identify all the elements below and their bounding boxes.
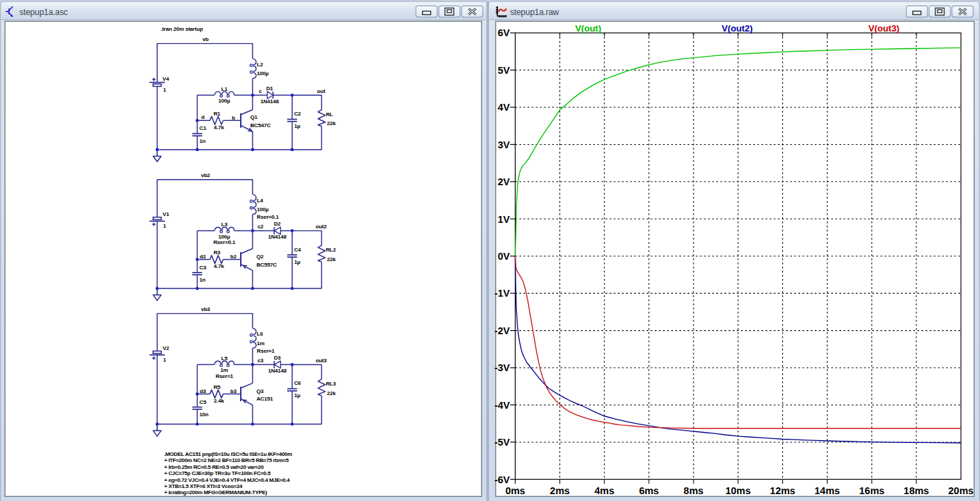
svg-text:D3: D3 — [274, 355, 281, 361]
svg-text:V2: V2 — [163, 345, 170, 351]
svg-text:L6: L6 — [257, 331, 264, 337]
svg-text:4V: 4V — [498, 102, 510, 113]
svg-text:6ms: 6ms — [639, 485, 659, 496]
svg-text:10ms: 10ms — [726, 485, 751, 496]
svg-text:c: c — [259, 88, 263, 94]
svg-text:2ms: 2ms — [550, 485, 570, 496]
svg-text:2V: 2V — [498, 176, 510, 187]
svg-text:C6: C6 — [294, 380, 302, 386]
svg-text:R1: R1 — [213, 111, 221, 117]
svg-text:out: out — [317, 88, 326, 94]
svg-text:vb: vb — [202, 36, 209, 42]
svg-text:Rser=0.1: Rser=0.1 — [257, 214, 280, 220]
svg-text:16ms: 16ms — [859, 485, 884, 496]
svg-text:-3V: -3V — [494, 362, 510, 373]
svg-text:10n: 10n — [200, 411, 209, 418]
svg-text:b3: b3 — [230, 388, 237, 394]
svg-text:1: 1 — [163, 87, 167, 93]
svg-text:-6V: -6V — [494, 474, 510, 485]
svg-text:1N4148: 1N4148 — [268, 368, 287, 374]
svg-text:BC557C: BC557C — [256, 262, 277, 268]
svg-text:0V: 0V — [498, 251, 510, 262]
svg-text:C2: C2 — [294, 111, 302, 117]
svg-text:L5: L5 — [222, 355, 228, 362]
svg-text:1µ: 1µ — [294, 259, 300, 265]
svg-text:d3: d3 — [200, 388, 207, 394]
svg-text:0ms: 0ms — [505, 485, 525, 496]
svg-text:1µ: 1µ — [294, 392, 300, 398]
svg-text:12ms: 12ms — [770, 485, 795, 496]
svg-text:out2: out2 — [315, 224, 327, 230]
svg-text:1m: 1m — [257, 340, 265, 347]
svg-text:C1: C1 — [200, 125, 207, 131]
svg-text:V(out): V(out) — [575, 23, 601, 33]
svg-text:4ms: 4ms — [594, 485, 614, 496]
svg-text:RL3: RL3 — [326, 381, 336, 387]
svg-text:C5: C5 — [200, 399, 207, 405]
svg-text:Q2: Q2 — [256, 254, 264, 260]
svg-text:b2: b2 — [230, 254, 237, 260]
svg-text:vb2: vb2 — [201, 172, 211, 178]
svg-text:22k: 22k — [327, 256, 336, 262]
svg-text:Q1: Q1 — [250, 114, 258, 120]
svg-text:Rser=1: Rser=1 — [257, 348, 275, 354]
svg-text:1V: 1V — [498, 214, 510, 225]
svg-text:100µ: 100µ — [257, 206, 269, 213]
svg-text:18ms: 18ms — [903, 485, 929, 496]
svg-text:R3: R3 — [213, 249, 221, 256]
svg-text:stepup1a.asc: stepup1a.asc — [19, 8, 68, 17]
svg-text:20ms: 20ms — [949, 485, 974, 496]
svg-text:V4: V4 — [163, 76, 170, 82]
svg-text:22k: 22k — [327, 120, 336, 126]
svg-text:D1: D1 — [266, 85, 274, 92]
svg-text:1µ: 1µ — [294, 123, 300, 129]
svg-text:d2: d2 — [200, 254, 207, 260]
svg-text:L4: L4 — [257, 198, 264, 204]
svg-text:Q3: Q3 — [256, 388, 264, 394]
svg-text:AC151: AC151 — [256, 396, 274, 402]
svg-text:4.7k: 4.7k — [214, 124, 225, 131]
svg-text:1: 1 — [163, 357, 167, 363]
svg-text:100µ: 100µ — [218, 98, 230, 104]
svg-text:RL2: RL2 — [326, 247, 336, 253]
svg-text:C4: C4 — [294, 247, 302, 253]
svg-text:100µ: 100µ — [257, 70, 269, 77]
svg-text:+ CJC=75p CJE=30p TR=3u TF=100: + CJC=75p CJE=30p TR=3u TF=100n FC=0.5 — [164, 470, 271, 476]
svg-text:8ms: 8ms — [684, 485, 704, 496]
svg-text:5V: 5V — [498, 65, 510, 76]
svg-text:out3: out3 — [315, 357, 327, 364]
svg-text:RL: RL — [326, 111, 333, 118]
svg-text:stepup1a.raw: stepup1a.raw — [510, 8, 559, 17]
svg-text:d: d — [201, 114, 204, 120]
svg-text:c3: c3 — [257, 357, 263, 364]
svg-text:+ ITF=200m NC=2 NE=2 BF=110 BR: + ITF=200m NC=2 NE=2 BF=110 BR=5 RB=75 r… — [164, 457, 289, 463]
svg-text:BC547C: BC547C — [250, 122, 271, 128]
svg-text:L1: L1 — [222, 86, 228, 92]
svg-text:V(out3): V(out3) — [869, 23, 899, 33]
svg-text:C3: C3 — [200, 265, 207, 271]
svg-text:+ Icrating=200m MFG=GERMANIUM-: + Icrating=200m MFG=GERMANIUM-TYPE) — [164, 489, 267, 496]
svg-text:-1V: -1V — [494, 288, 510, 299]
svg-text:V(out2): V(out2) — [721, 23, 752, 33]
svg-text:b: b — [232, 115, 235, 121]
svg-text:14ms: 14ms — [815, 485, 840, 496]
svg-text:L2: L2 — [257, 62, 264, 68]
svg-text:L3: L3 — [222, 221, 228, 228]
svg-text:Rser=1: Rser=1 — [215, 373, 233, 379]
svg-text:1n: 1n — [200, 138, 206, 144]
svg-text:-2V: -2V — [494, 325, 510, 336]
svg-text:6V: 6V — [498, 27, 510, 38]
svg-text:vb3: vb3 — [201, 306, 211, 312]
svg-text:22k: 22k — [327, 390, 336, 396]
svg-text:1n: 1n — [200, 277, 206, 283]
svg-text:2.4k: 2.4k — [214, 398, 225, 404]
svg-text:.MODEL AC151 pnp(IS=10u ISC=5u: .MODEL AC151 pnp(IS=10u ISC=5u ISE=1u IK… — [164, 451, 292, 457]
svg-text:c2: c2 — [257, 224, 263, 230]
svg-text:.tran 20m startup: .tran 20m startup — [161, 26, 203, 32]
svg-text:+ eg=0.72 VJC=0.4 VJE=0.4 VTF=: + eg=0.72 VJC=0.4 VJE=0.4 VTF=4 MJC=0.4 … — [164, 477, 290, 483]
svg-text:D2: D2 — [274, 221, 281, 227]
svg-text:V1: V1 — [163, 211, 170, 217]
svg-text:+ Irb=0.25m RC=0.5 RE=0.5 vaf=: + Irb=0.25m RC=0.5 RE=0.5 vaf=20 var=20 — [164, 464, 264, 470]
svg-text:1: 1 — [163, 223, 167, 229]
svg-text:R5: R5 — [213, 384, 221, 390]
